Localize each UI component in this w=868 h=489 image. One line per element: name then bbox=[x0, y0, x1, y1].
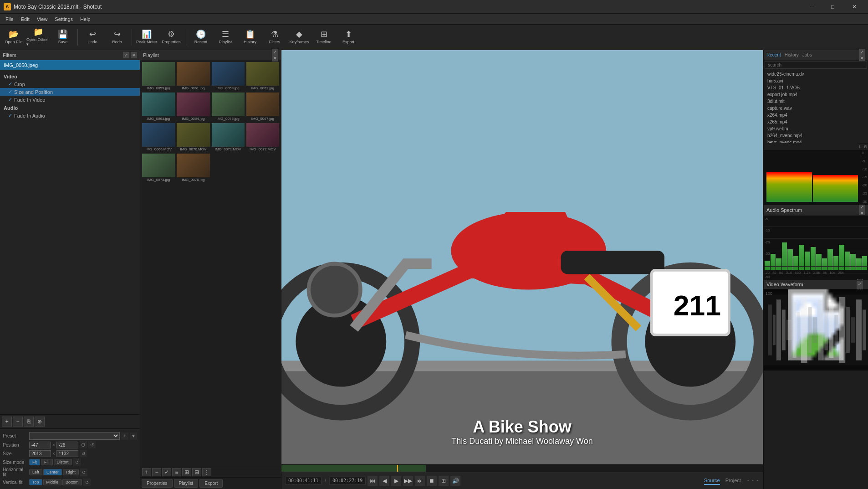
playlist-playlist-button[interactable]: Playlist bbox=[174, 479, 199, 488]
playlist-remove-button[interactable]: − bbox=[152, 468, 161, 476]
size-w-input[interactable] bbox=[29, 450, 51, 457]
right-top-float[interactable]: ⤢ bbox=[859, 49, 865, 55]
recent-item-9[interactable]: h264_nvenc.mp4 bbox=[764, 132, 868, 139]
playlist-item-1[interactable]: IMG_0061.jpg bbox=[176, 62, 210, 91]
playlist-item-6[interactable]: IMG_0075.jpg bbox=[211, 92, 245, 122]
close-button[interactable]: ✕ bbox=[844, 0, 864, 13]
right-top-close[interactable]: ✕ bbox=[859, 55, 865, 62]
redo-button[interactable]: ↪ Redo bbox=[105, 26, 129, 49]
filter-size-position[interactable]: ✓ Size and Position bbox=[0, 88, 140, 96]
filter-add-button[interactable]: + bbox=[2, 417, 12, 427]
recent-item-4[interactable]: 3dlut.mlt bbox=[764, 98, 868, 105]
preset-select[interactable] bbox=[29, 432, 120, 440]
preset-add-button[interactable]: + bbox=[121, 432, 128, 440]
save-button[interactable]: 💾 Save bbox=[51, 26, 75, 49]
minimize-button[interactable]: ─ bbox=[801, 0, 822, 13]
playlist-export-button[interactable]: Export bbox=[199, 479, 223, 488]
recent-item-10[interactable]: hevc_nvenc.mp4 bbox=[764, 139, 868, 143]
playlist-item-0[interactable]: IMG_0059.jpg bbox=[142, 62, 175, 91]
v-fit-top[interactable]: Top bbox=[29, 479, 42, 485]
position-reset-button[interactable]: ↺ bbox=[88, 441, 96, 448]
playlist-float-button[interactable]: ⤢ bbox=[272, 49, 278, 55]
v-fit-bottom[interactable]: Bottom bbox=[62, 479, 82, 485]
open-file-button[interactable]: 📂 Open File bbox=[2, 26, 26, 49]
playlist-check-button[interactable]: ✓ bbox=[162, 468, 171, 476]
step-forward-button[interactable]: ▶▶ bbox=[403, 476, 413, 486]
right-tab-history[interactable]: History bbox=[785, 52, 799, 57]
preview-timebar[interactable] bbox=[281, 464, 763, 472]
stop-button[interactable]: ⏹ bbox=[427, 476, 437, 486]
export-button[interactable]: ⬆ Export bbox=[337, 26, 360, 49]
v-fit-reset[interactable]: ↺ bbox=[83, 479, 91, 486]
peak-meter-button[interactable]: 📊 Peak Meter bbox=[135, 26, 158, 49]
h-fit-center[interactable]: Center bbox=[43, 469, 62, 475]
playlist-item-5[interactable]: IMG_0064.jpg bbox=[176, 92, 210, 122]
skip-to-end-button[interactable]: ⏭ bbox=[415, 476, 425, 486]
skip-to-start-button[interactable]: ⏮ bbox=[368, 476, 378, 486]
filter-paste-button[interactable]: ⊕ bbox=[35, 417, 45, 427]
filter-copy-button[interactable]: ⎘ bbox=[24, 417, 34, 427]
playlist-item-11[interactable]: IMG_0072.MOV bbox=[246, 123, 280, 152]
size-h-input[interactable] bbox=[56, 450, 78, 457]
menu-settings[interactable]: Settings bbox=[51, 15, 77, 23]
playlist-button[interactable]: ☰ Playlist bbox=[214, 26, 237, 49]
recent-button[interactable]: 🕒 Recent bbox=[189, 26, 213, 49]
position-x-input[interactable] bbox=[29, 442, 51, 448]
keyframes-button[interactable]: ◆ Keyframes bbox=[287, 26, 311, 49]
filters-close-button[interactable]: ✕ bbox=[131, 52, 137, 58]
recent-item-6[interactable]: x264.mp4 bbox=[764, 112, 868, 118]
recent-item-0[interactable]: wide25-cinema.dv bbox=[764, 71, 868, 77]
undo-button[interactable]: ↩ Undo bbox=[81, 26, 104, 49]
playlist-list-view-button[interactable]: ≡ bbox=[172, 468, 181, 476]
filters-button[interactable]: ⚗ Filters bbox=[263, 26, 286, 49]
position-y-input[interactable] bbox=[56, 442, 78, 448]
playlist-add-button[interactable]: + bbox=[142, 468, 151, 476]
tab-source[interactable]: Source bbox=[704, 477, 720, 485]
recent-item-3[interactable]: export job.mp4 bbox=[764, 91, 868, 98]
history-button[interactable]: 📋 History bbox=[238, 26, 262, 49]
playlist-item-2[interactable]: IMG_0058.jpg bbox=[211, 62, 245, 91]
position-clock-button[interactable]: ⏱ bbox=[80, 441, 87, 448]
right-tab-recent[interactable]: Recent bbox=[766, 52, 781, 57]
playlist-item-3[interactable]: IMG_0062.jpg bbox=[246, 62, 280, 91]
menu-file[interactable]: File bbox=[2, 15, 17, 23]
waveform-float[interactable]: ⤢ bbox=[857, 281, 863, 287]
play-button[interactable]: ▶ bbox=[391, 476, 401, 486]
timeline-button[interactable]: ⊞ Timeline bbox=[312, 26, 336, 49]
playlist-properties-button[interactable]: Properties bbox=[142, 479, 173, 488]
playlist-item-12[interactable]: IMG_0073.jpg bbox=[142, 153, 175, 183]
volume-button[interactable]: 🔊 bbox=[450, 476, 460, 486]
playlist-item-9[interactable]: IMG_0070.MOV bbox=[176, 123, 210, 152]
size-mode-fill[interactable]: Fill bbox=[41, 459, 53, 465]
playlist-item-8[interactable]: IMG_0066.MOV bbox=[142, 123, 175, 152]
filter-fade-video[interactable]: ✓ Fade In Video bbox=[0, 96, 140, 103]
preset-menu-button[interactable]: ▼ bbox=[130, 432, 137, 440]
h-fit-reset[interactable]: ↺ bbox=[80, 468, 87, 476]
properties-button[interactable]: ⚙ Properties bbox=[159, 26, 183, 49]
recent-item-8[interactable]: vp9.webm bbox=[764, 125, 868, 132]
size-mode-fit[interactable]: Fit bbox=[29, 459, 40, 465]
v-fit-middle[interactable]: Middle bbox=[43, 479, 62, 485]
step-back-button[interactable]: ◀ bbox=[379, 476, 389, 486]
filter-crop[interactable]: ✓ Crop bbox=[0, 80, 140, 88]
filter-fade-audio[interactable]: ✓ Fade In Audio bbox=[0, 112, 140, 119]
playlist-item-10[interactable]: IMG_0071.MOV bbox=[211, 123, 245, 152]
size-mode-distort[interactable]: Distort bbox=[54, 459, 72, 465]
playlist-grid-view-button[interactable]: ⊞ bbox=[182, 468, 191, 476]
right-tab-jobs[interactable]: Jobs bbox=[802, 52, 812, 57]
playlist-item-4[interactable]: IMG_0063.jpg bbox=[142, 92, 175, 122]
h-fit-right[interactable]: Right bbox=[63, 469, 79, 475]
h-fit-left[interactable]: Left bbox=[29, 469, 42, 475]
playlist-item-13[interactable]: IMG_0076.jpg bbox=[176, 153, 210, 183]
maximize-button[interactable]: □ bbox=[822, 0, 843, 13]
menu-help[interactable]: Help bbox=[77, 15, 94, 23]
size-mode-reset[interactable]: ↺ bbox=[73, 458, 81, 466]
recent-item-7[interactable]: x265.mp4 bbox=[764, 118, 868, 125]
size-reset-button[interactable]: ↺ bbox=[80, 450, 87, 457]
playlist-detail-view-button[interactable]: ⊟ bbox=[192, 468, 201, 476]
menu-view[interactable]: View bbox=[33, 15, 51, 23]
recent-item-5[interactable]: capture.wav bbox=[764, 105, 868, 112]
recent-item-1[interactable]: hin5.avi bbox=[764, 77, 868, 84]
recent-item-2[interactable]: VTS_01_1.VOB bbox=[764, 84, 868, 91]
playlist-more-button[interactable]: ⋮ bbox=[202, 468, 211, 476]
